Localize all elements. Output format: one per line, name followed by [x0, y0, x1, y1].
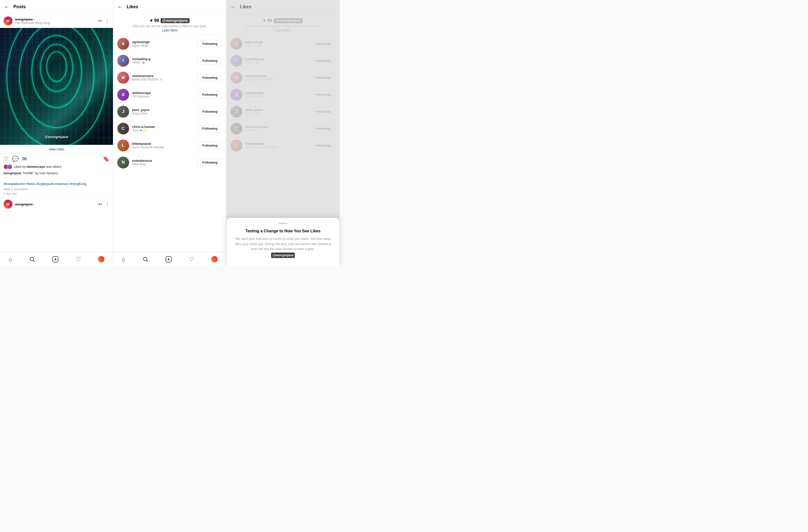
likes-number: 98 — [154, 18, 159, 23]
likes-nav-home[interactable]: ⌂ — [122, 256, 125, 263]
comment-icon[interactable]: 💬 — [12, 156, 19, 162]
svg-point-0 — [30, 257, 34, 261]
post2-user-row: W wongmjane • ↩ ⋮ — [0, 197, 113, 211]
like-user-info: marlenerivera MARLENE RIVERA ⚡ — [132, 74, 195, 81]
back-button[interactable]: ← — [4, 4, 10, 10]
like-user-avatar[interactable]: N — [117, 156, 129, 169]
post-username[interactable]: wongmjane • — [15, 17, 96, 21]
post-watermark: @wongmjane — [44, 135, 69, 139]
likes-bottom-nav: ⌂ ♡ — [113, 252, 226, 266]
post2-user-avatar[interactable]: W — [3, 200, 13, 209]
like-username[interactable]: jamz_joyce — [132, 108, 195, 112]
post-user-avatar[interactable]: W — [3, 16, 13, 25]
post-timestamp: 5 days ago — [0, 191, 113, 197]
likes-back-button[interactable]: ← — [117, 4, 123, 10]
like-username[interactable]: chris.is.human — [132, 125, 195, 129]
like-item: d deletescape Till Kottmann Following — [113, 86, 226, 103]
like-user-info: deletescape Till Kottmann — [132, 91, 195, 98]
like-user-avatar[interactable]: C — [117, 123, 129, 135]
following-button[interactable]: Following — [198, 142, 222, 149]
following-button[interactable]: Following — [198, 40, 222, 48]
posts-title: Posts — [14, 4, 26, 10]
like-username[interactable]: irenealing g — [132, 57, 195, 61]
caption-tags: #InstallationArt #Neon #Cyberpunk #Abstr… — [0, 181, 113, 187]
caption-username[interactable]: wongmjane — [3, 171, 21, 175]
like-user-avatar[interactable]: L — [117, 139, 129, 152]
likes-learn-more[interactable]: Learn More — [162, 28, 177, 33]
bottom-nav: ⌂ ♡ — [0, 252, 113, 266]
likes-change-modal: Testing a Change to How You See Likes We… — [226, 218, 339, 266]
post-user-row: W wongmjane • The Peninsula Hong Kong ↩ … — [0, 14, 113, 28]
nav-add[interactable] — [52, 256, 59, 263]
neon-arch-5 — [47, 52, 67, 81]
post2-reply-icon[interactable]: ↩ — [98, 202, 102, 207]
post2-user-info: wongmjane • — [15, 203, 96, 206]
likes-nav-profile[interactable] — [211, 256, 218, 263]
like-item: M marlenerivera MARLENE RIVERA ⚡ Followi… — [113, 69, 226, 86]
like-username[interactable]: deletescape — [132, 91, 195, 95]
like-user-avatar[interactable]: J — [117, 106, 129, 118]
like-display-name: Till Kottmann — [132, 95, 195, 98]
like-item: A agrimsingh Agrim Singh Following — [113, 35, 226, 52]
like-icon[interactable]: ♡ — [3, 156, 8, 162]
view-likes-link[interactable]: View Likes — [0, 145, 113, 154]
svg-line-6 — [146, 260, 148, 262]
like-username[interactable]: notmikesosa — [132, 159, 195, 163]
nav-search[interactable] — [29, 256, 35, 262]
like-display-name: Agrim Singh — [132, 44, 195, 48]
following-button[interactable]: Following — [198, 91, 222, 98]
like-user-avatar[interactable]: I — [117, 55, 129, 67]
nav-heart[interactable]: ♡ — [76, 256, 81, 263]
post-user-info: wongmjane • The Peninsula Hong Kong — [15, 17, 96, 25]
following-button[interactable]: Following — [198, 159, 222, 166]
bookmark-icon[interactable]: 🔖 — [103, 156, 109, 162]
modal-overlay: Testing a Change to How You See Likes We… — [226, 0, 339, 266]
panel-posts: ← Posts W wongmjane • The Peninsula Hong… — [0, 0, 113, 266]
view-comments-link[interactable]: View 1 comment — [0, 187, 113, 191]
following-button[interactable]: Following — [198, 57, 222, 64]
like-username[interactable]: agrimsingh — [132, 40, 195, 44]
likes-nav-search[interactable] — [142, 256, 148, 262]
following-button[interactable]: Following — [198, 74, 222, 81]
nav-home[interactable]: ⌂ — [8, 256, 12, 263]
liked-avatars — [3, 164, 12, 169]
like-user-avatar[interactable]: d — [117, 89, 129, 101]
like-display-name: Mike Sosa — [132, 163, 195, 166]
likes-nav-add[interactable] — [165, 256, 172, 263]
like-username[interactable]: littlebananie — [132, 142, 195, 146]
like-user-avatar[interactable]: A — [117, 38, 129, 50]
like-display-name: MARLENE RIVERA ⚡ — [132, 78, 195, 81]
modal-body: We want your followers to focus on what … — [233, 236, 333, 258]
post2-action-icons: ↩ ⋮ — [98, 202, 109, 207]
modal-title: Testing a Change to How You See Likes — [233, 229, 333, 233]
liked-avatar-2 — [7, 164, 12, 169]
like-display-name: IRNW. 🌸 — [132, 61, 195, 64]
modal-drag-handle[interactable] — [279, 223, 288, 224]
post2-more-icon[interactable]: ⋮ — [105, 202, 109, 207]
like-user-avatar[interactable]: M — [117, 72, 129, 84]
nav-profile[interactable] — [98, 256, 105, 263]
panel-likes-modal: ← Likes ♥ 98 @wongmjane Only you can see… — [226, 0, 339, 266]
like-user-info: chris.is.human chris 🌧✨ — [132, 125, 195, 132]
like-item: I irenealing g IRNW. 🌸 Following — [113, 52, 226, 69]
modal-watermark: @wongmjane — [271, 252, 295, 258]
likes-count-row: ♥ 98 @wongmjane — [150, 18, 189, 23]
share-icon[interactable]: ✉ — [22, 156, 27, 162]
post2-username[interactable]: wongmjane • — [15, 203, 96, 206]
post-caption: wongmjane "HOME" by Iván Navarro --- — [0, 170, 113, 181]
more-icon[interactable]: ⋮ — [105, 18, 109, 24]
panel-likes: ← Likes ♥ 98 @wongmjane Only you can see… — [113, 0, 226, 266]
like-item: C chris.is.human chris 🌧✨ Following — [113, 120, 226, 137]
likes-users-list: A agrimsingh Agrim Singh Following I ire… — [113, 35, 226, 266]
likes-nav-heart[interactable]: ♡ — [189, 256, 194, 263]
likes-watermark: @wongmjane — [161, 18, 189, 23]
like-display-name: Greg Goins — [132, 112, 195, 115]
likes-count-section: ♥ 98 @wongmjane Only you can see the tot… — [113, 14, 226, 35]
post-action-icons: ↩ ⋮ — [98, 18, 109, 24]
like-username[interactable]: marlenerivera — [132, 74, 195, 78]
liked-by-text: Liked by deletescape and others — [14, 165, 61, 169]
reply-icon[interactable]: ↩ — [98, 18, 102, 24]
following-button[interactable]: Following — [198, 125, 222, 132]
following-button[interactable]: Following — [198, 108, 222, 115]
posts-header: ← Posts — [0, 0, 113, 14]
